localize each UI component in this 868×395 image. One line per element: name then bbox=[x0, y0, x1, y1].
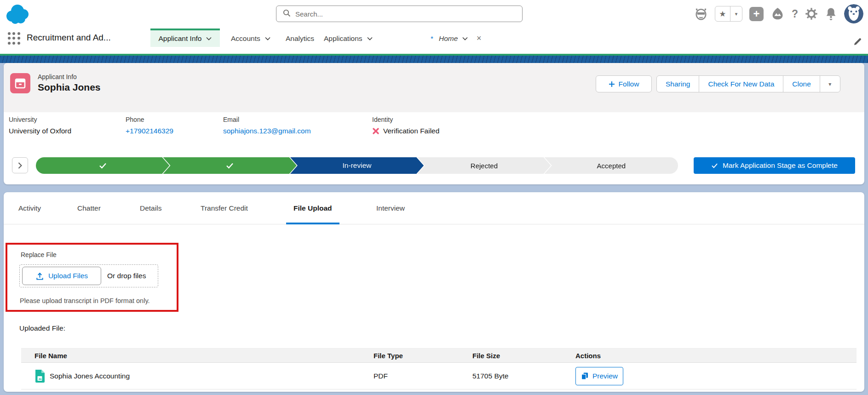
field-label: University bbox=[9, 116, 71, 123]
chevron-down-icon[interactable] bbox=[462, 37, 468, 40]
salesforce-screen: ★ ▾ + ? bbox=[0, 0, 868, 395]
nav-tab-accounts[interactable]: Accounts bbox=[224, 30, 277, 47]
mark-stage-complete-button[interactable]: Mark Application Stage as Complete bbox=[694, 157, 855, 174]
nav-tab-label: Home bbox=[439, 34, 458, 43]
uploaded-file-label: Uploaded File: bbox=[19, 324, 65, 332]
nav-tab-label: Applicant Info bbox=[159, 34, 202, 43]
email-link[interactable]: sophiajons.123@gmail.com bbox=[223, 127, 311, 135]
salesforce-logo-icon bbox=[4, 1, 30, 28]
user-avatar[interactable] bbox=[844, 4, 863, 23]
nav-tab-analytics[interactable]: Analytics bbox=[279, 30, 321, 47]
path-stage-complete-1[interactable] bbox=[36, 157, 169, 174]
field-phone: Phone +17902146329 bbox=[126, 116, 173, 135]
global-header: ★ ▾ + ? bbox=[0, 0, 868, 28]
guidance-center-icon[interactable] bbox=[770, 7, 785, 21]
file-document-icon bbox=[34, 369, 46, 383]
einstein-icon[interactable] bbox=[694, 7, 708, 21]
upload-files-label: Upload Files bbox=[48, 272, 88, 280]
nav-tab-applications[interactable]: Applications bbox=[317, 30, 379, 47]
tab-file-upload[interactable]: File Upload bbox=[293, 192, 332, 224]
chevron-down-icon[interactable] bbox=[367, 37, 373, 40]
notifications-bell-icon[interactable] bbox=[825, 7, 837, 21]
uploaded-files-table: File Name File Type File Size Actions So… bbox=[21, 348, 857, 389]
path-expand-button[interactable] bbox=[12, 157, 28, 173]
search-input[interactable] bbox=[295, 10, 522, 18]
nav-tab-label: Accounts bbox=[231, 34, 260, 43]
follow-button[interactable]: Follow bbox=[596, 75, 652, 92]
check-icon bbox=[99, 162, 107, 169]
col-header-file-type: File Type bbox=[374, 352, 472, 360]
favorites-star-icon[interactable]: ★ bbox=[715, 6, 730, 21]
check-for-new-data-button[interactable]: Check For New Data bbox=[699, 76, 783, 92]
field-value: University of Oxford bbox=[9, 127, 71, 135]
tab-interview[interactable]: Interview bbox=[376, 192, 405, 224]
col-header-actions: Actions bbox=[575, 352, 857, 360]
close-tab-icon[interactable]: × bbox=[477, 34, 482, 43]
preview-file-icon bbox=[581, 372, 588, 380]
replace-file-label: Replace File bbox=[21, 251, 57, 258]
edit-page-pencil-icon[interactable] bbox=[853, 38, 862, 48]
nav-tab-label: Analytics bbox=[286, 34, 314, 43]
check-icon bbox=[226, 162, 234, 169]
field-identity: Identity Verification Failed bbox=[372, 116, 439, 135]
record-action-group: Sharing Check For New Data Clone ▾ bbox=[656, 75, 840, 92]
record-detail-card: Activity Chatter Details Transfer Credit… bbox=[4, 192, 864, 392]
check-icon bbox=[711, 163, 718, 168]
upload-files-button[interactable]: Upload Files bbox=[22, 267, 101, 285]
file-drop-zone[interactable]: Upload Files Or drop files bbox=[19, 264, 158, 287]
setup-gear-icon[interactable] bbox=[805, 7, 818, 20]
more-actions-caret-icon[interactable]: ▾ bbox=[820, 76, 840, 92]
nav-tab-home[interactable]: * Home bbox=[424, 30, 474, 47]
file-name[interactable]: Sophia Jones Accounting bbox=[50, 372, 130, 380]
tab-activity[interactable]: Activity bbox=[18, 192, 41, 224]
table-header-row: File Name File Type File Size Actions bbox=[21, 348, 857, 363]
field-label: Email bbox=[223, 116, 311, 123]
object-label: Applicant Info bbox=[38, 73, 77, 80]
sharing-button[interactable]: Sharing bbox=[657, 76, 699, 92]
tab-transfer-credit[interactable]: Transfer Credit bbox=[201, 192, 248, 224]
identity-status: Verification Failed bbox=[383, 127, 439, 135]
tab-details[interactable]: Details bbox=[140, 192, 161, 224]
global-actions-plus-icon[interactable]: + bbox=[749, 7, 764, 21]
preview-label: Preview bbox=[592, 372, 618, 380]
tab-chatter[interactable]: Chatter bbox=[77, 192, 101, 224]
upload-icon bbox=[35, 272, 44, 281]
stage-label: In-review bbox=[343, 161, 372, 170]
drop-files-text: Or drop files bbox=[107, 272, 146, 280]
app-name: Recruitment and Ad... bbox=[27, 33, 111, 43]
record-header-card: Applicant Info Sophia Jones Follow Shari… bbox=[4, 63, 864, 184]
phone-link[interactable]: +17902146329 bbox=[126, 127, 173, 135]
content-tab-bar: Activity Chatter Details Transfer Credit… bbox=[4, 192, 864, 224]
help-icon[interactable]: ? bbox=[792, 8, 798, 20]
path-stage-complete-2[interactable] bbox=[163, 157, 296, 174]
mark-stage-complete-label: Mark Application Stage as Complete bbox=[723, 161, 838, 170]
unsaved-indicator: * bbox=[431, 34, 433, 43]
chevron-down-icon[interactable] bbox=[206, 37, 212, 40]
nav-tab-label: Applications bbox=[324, 34, 362, 43]
search-icon bbox=[283, 9, 291, 19]
path-stage-in-review[interactable]: In-review bbox=[290, 157, 424, 174]
path-stage-accepted[interactable]: Accepted bbox=[545, 157, 678, 174]
stage-label: Accepted bbox=[597, 162, 626, 170]
file-type: PDF bbox=[374, 372, 472, 380]
col-header-file-name: File Name bbox=[34, 352, 374, 360]
field-university: University University of Oxford bbox=[9, 116, 71, 135]
field-label: Identity bbox=[372, 116, 439, 123]
app-launcher-icon[interactable] bbox=[8, 32, 20, 45]
brand-banner bbox=[0, 56, 868, 63]
header-utility-icons: ★ ▾ + ? bbox=[694, 4, 863, 23]
favorites-caret-icon[interactable]: ▾ bbox=[730, 6, 742, 21]
path-stage-rejected[interactable]: Rejected bbox=[417, 157, 551, 174]
nav-tab-applicant-info[interactable]: Applicant Info bbox=[150, 30, 220, 47]
file-size: 51705 Byte bbox=[472, 372, 575, 380]
field-email: Email sophiajons.123@gmail.com bbox=[223, 116, 311, 135]
preview-button[interactable]: Preview bbox=[575, 367, 623, 385]
clone-button[interactable]: Clone bbox=[783, 76, 820, 92]
favorites-group: ★ ▾ bbox=[715, 6, 742, 22]
chevron-right-icon bbox=[18, 162, 22, 169]
global-search[interactable] bbox=[276, 6, 523, 22]
application-stage-path: In-review Rejected Accepted bbox=[36, 157, 678, 174]
follow-label: Follow bbox=[619, 80, 639, 88]
highlight-fields: University University of Oxford Phone +1… bbox=[4, 112, 864, 149]
chevron-down-icon[interactable] bbox=[265, 37, 270, 40]
